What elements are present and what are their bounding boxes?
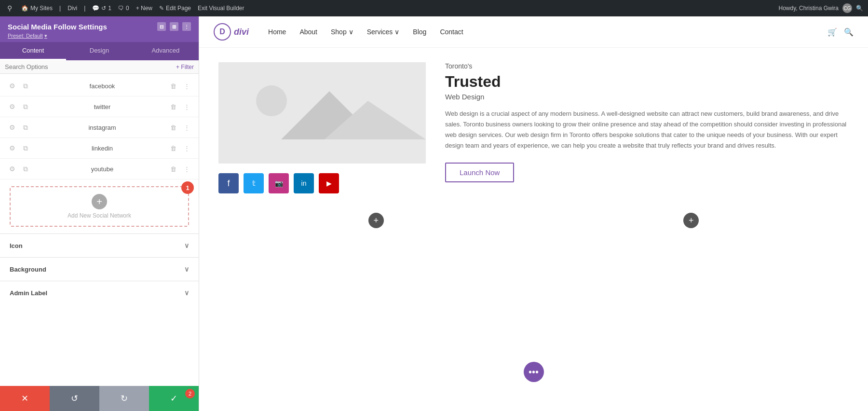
svg-point-3 (256, 85, 287, 116)
nav-about[interactable]: About (299, 28, 317, 36)
drag-icon[interactable]: ⋮ (181, 164, 192, 174)
comment-count-link[interactable]: 🗨 0 (118, 5, 129, 12)
body-text: Web design is a crucial aspect of any mo… (445, 109, 849, 151)
chevron-down-icon: ∨ (184, 289, 189, 297)
add-column-right-button[interactable]: + (683, 213, 699, 228)
launch-now-button[interactable]: Launch Now (445, 163, 514, 182)
copy-icon[interactable]: ⧉ (20, 143, 31, 153)
drag-icon[interactable]: ⋮ (181, 81, 192, 91)
chevron-down-icon: ∨ (184, 265, 189, 273)
filter-button[interactable]: + Filter (176, 64, 194, 70)
my-sites-link[interactable]: 🏠 My Sites (21, 5, 53, 12)
exit-builder-link[interactable]: Exit Visual Builder (198, 5, 244, 12)
gear-icon[interactable]: ⚙ (7, 81, 17, 91)
redo-icon: ↻ (121, 393, 128, 404)
text-content: Toronto's Trusted Web Design Web design … (445, 62, 849, 182)
nav-shop[interactable]: Shop ∨ (331, 28, 353, 36)
save-icon: ✓ (170, 393, 177, 404)
nav-blog[interactable]: Blog (413, 28, 426, 36)
web-design-label: Web Design (445, 93, 849, 101)
grid-icon[interactable]: ⊞ (170, 22, 178, 31)
add-new-social-network[interactable]: + Add New Social Network 1 (10, 186, 189, 227)
tab-bar: Content Design Advanced (0, 42, 199, 60)
comment-icon: 💬 (92, 5, 99, 12)
admin-search-icon[interactable]: 🔍 (856, 5, 863, 12)
trash-icon[interactable]: 🗑 (168, 143, 178, 153)
background-section: Background ∨ (0, 257, 199, 281)
chevron-down-icon: ∨ (184, 242, 189, 249)
item-right-actions: 🗑 ⋮ (168, 101, 192, 112)
left-panel: Social Media Follow Settings ⊟ ⊞ ⋮ Prese… (0, 16, 199, 411)
social-name-linkedin: linkedin (37, 145, 168, 152)
divi-link[interactable]: Divi (68, 5, 77, 12)
preset-label[interactable]: Preset: Default ▾ (8, 33, 191, 39)
trash-icon[interactable]: 🗑 (168, 101, 178, 112)
trash-icon[interactable]: 🗑 (168, 164, 178, 174)
twitter-icon-btn[interactable]: 𝕥 (244, 173, 264, 193)
admin-label-section-header[interactable]: Admin Label ∨ (0, 281, 199, 304)
tab-content[interactable]: Content (0, 42, 66, 60)
menu-icon[interactable]: ⋮ (182, 22, 191, 31)
add-new-label: Add New Social Network (68, 212, 131, 219)
nav-contact[interactable]: Contact (440, 28, 463, 36)
drag-icon[interactable]: ⋮ (181, 143, 192, 153)
copy-icon[interactable]: ⧉ (20, 101, 31, 112)
save-button[interactable]: ✓ 2 (149, 386, 199, 411)
background-section-header[interactable]: Background ∨ (0, 258, 199, 281)
nav-icons: 🛒 🔍 (827, 27, 854, 37)
howdy-text: Howdy, Christina Gwira (779, 5, 839, 12)
tab-advanced[interactable]: Advanced (133, 42, 199, 60)
edit-page-link[interactable]: ✎ Edit Page (159, 5, 191, 12)
gear-icon[interactable]: ⚙ (7, 122, 17, 133)
save-badge: 2 (185, 389, 195, 398)
comment-link[interactable]: 💬 ↺ 1 (92, 5, 111, 12)
tab-design[interactable]: Design (66, 42, 132, 60)
placeholder-image (218, 62, 426, 164)
copy-icon[interactable]: ⧉ (20, 122, 31, 133)
item-right-actions: 🗑 ⋮ (168, 122, 192, 133)
shop-chevron-icon: ∨ (349, 28, 353, 36)
avatar[interactable]: CG (842, 3, 852, 13)
square-icon[interactable]: ⊟ (157, 22, 166, 31)
list-item: ⚙ ⧉ instagram 🗑 ⋮ (0, 117, 199, 138)
linkedin-icon-btn[interactable]: in (294, 173, 314, 193)
gear-icon[interactable]: ⚙ (7, 143, 17, 153)
new-link[interactable]: + New (136, 5, 152, 12)
nav-services[interactable]: Services ∨ (367, 28, 400, 36)
trash-icon[interactable]: 🗑 (168, 81, 178, 91)
undo-button[interactable]: ↺ (50, 386, 99, 411)
icon-section: Icon ∨ (0, 233, 199, 257)
social-name-facebook: facebook (37, 82, 168, 90)
facebook-icon-btn[interactable]: f (218, 173, 239, 193)
copy-icon[interactable]: ⧉ (20, 164, 31, 174)
home-icon: 🏠 (21, 5, 28, 12)
social-list: ⚙ ⧉ facebook 🗑 ⋮ ⚙ ⧉ twitter 🗑 ⋮ (0, 74, 199, 386)
add-column-left-button[interactable]: + (368, 213, 384, 228)
drag-icon[interactable]: ⋮ (181, 122, 192, 133)
drag-icon[interactable]: ⋮ (181, 101, 192, 112)
services-chevron-icon: ∨ (394, 28, 399, 36)
cancel-button[interactable]: ✕ (0, 386, 50, 411)
nav-search-icon[interactable]: 🔍 (844, 27, 854, 37)
youtube-icon-btn[interactable]: ▶ (319, 173, 339, 193)
cart-icon[interactable]: 🛒 (827, 27, 837, 37)
nav-home[interactable]: Home (268, 28, 286, 36)
gear-icon[interactable]: ⚙ (7, 164, 17, 174)
instagram-icon-btn[interactable]: 📷 (269, 173, 289, 193)
add-column-area: + + (199, 208, 868, 238)
search-input[interactable] (5, 63, 176, 70)
main-layout: Social Media Follow Settings ⊟ ⊞ ⋮ Prese… (0, 16, 868, 411)
item-right-actions: 🗑 ⋮ (168, 81, 192, 91)
icon-section-header[interactable]: Icon ∨ (0, 234, 199, 257)
comment-refresh-icon: ↺ (101, 5, 106, 12)
admin-label-section-label: Admin Label (10, 289, 47, 297)
trash-icon[interactable]: 🗑 (168, 122, 178, 133)
float-menu-button[interactable]: ••• (524, 362, 544, 382)
wp-logo-icon[interactable]: ⚲ (5, 3, 14, 13)
redo-button[interactable]: ↻ (99, 386, 149, 411)
toronto-label: Toronto's (445, 62, 849, 70)
gear-icon[interactable]: ⚙ (7, 101, 17, 112)
panel-title-icons: ⊟ ⊞ ⋮ (157, 22, 191, 31)
copy-icon[interactable]: ⧉ (20, 81, 31, 91)
item-left-icons: ⚙ ⧉ (7, 81, 31, 91)
